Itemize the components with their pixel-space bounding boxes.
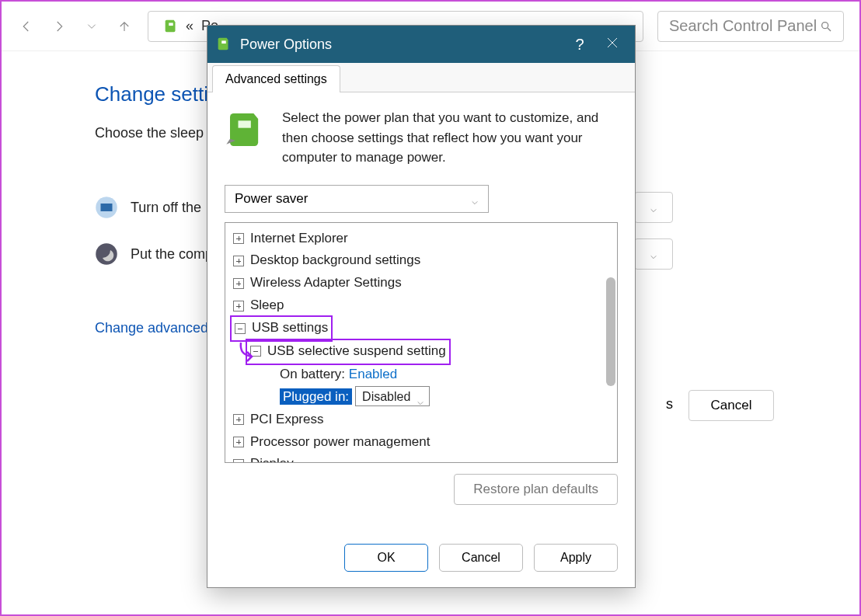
annotation-arrow-icon xyxy=(236,341,256,366)
help-icon[interactable]: ? xyxy=(563,36,596,54)
power-icon xyxy=(215,36,232,53)
nav-recent-icon[interactable] xyxy=(82,17,101,36)
tree-item-usb[interactable]: USB settings xyxy=(252,317,328,339)
svg-rect-3 xyxy=(101,204,113,211)
tab-advanced-settings[interactable]: Advanced settings xyxy=(212,65,340,92)
search-placeholder: Search Control Panel xyxy=(669,17,820,35)
intro-text: Select the power plan that you want to c… xyxy=(282,108,618,168)
expand-icon[interactable] xyxy=(233,414,244,425)
power-plan-value: Power saver xyxy=(235,191,308,207)
scrollbar-thumb[interactable] xyxy=(606,277,615,386)
power-plan-select[interactable]: Power saver xyxy=(225,185,489,213)
expand-icon[interactable] xyxy=(233,278,244,289)
on-battery-label: On battery: xyxy=(280,367,345,381)
dialog-titlebar[interactable]: Power Options ? xyxy=(207,26,635,63)
plugged-in-select[interactable]: Disabled xyxy=(355,386,430,406)
advanced-link[interactable]: Change advanced xyxy=(95,320,208,336)
ok-button[interactable]: OK xyxy=(344,544,428,572)
collapse-icon[interactable] xyxy=(235,323,246,334)
search-icon xyxy=(820,20,832,33)
tree-item-desktop-bg[interactable]: Desktop background settings xyxy=(250,249,420,272)
display-off-icon xyxy=(95,196,118,219)
expand-icon[interactable] xyxy=(233,256,244,266)
expand-icon[interactable] xyxy=(233,459,244,463)
row-label-sleep: Put the comp xyxy=(131,246,213,263)
nav-back-icon[interactable] xyxy=(17,17,36,36)
nav-forward-icon[interactable] xyxy=(50,17,68,36)
sleep-icon xyxy=(95,242,118,266)
nav-up-icon[interactable] xyxy=(115,17,134,36)
sleep-dropdown[interactable] xyxy=(634,238,673,270)
svg-rect-6 xyxy=(239,120,251,127)
cancel-button[interactable]: Cancel xyxy=(688,390,774,421)
svg-point-1 xyxy=(822,22,828,28)
tree-item-display[interactable]: Display xyxy=(250,453,294,462)
plugged-in-value: Disabled xyxy=(362,386,410,407)
on-battery-value[interactable]: Enabled xyxy=(349,367,397,381)
search-input[interactable]: Search Control Panel xyxy=(657,11,844,42)
expand-icon[interactable] xyxy=(233,233,244,244)
tree-item-usb-suspend[interactable]: USB selective suspend setting xyxy=(267,340,446,363)
expand-icon[interactable] xyxy=(233,437,244,447)
tree-item-cpu[interactable]: Processor power management xyxy=(250,431,431,454)
tree-item-ie[interactable]: Internet Explorer xyxy=(250,228,348,250)
tab-strip: Advanced settings xyxy=(207,63,635,92)
settings-tree[interactable]: Internet Explorer Desktop background set… xyxy=(225,222,618,463)
apply-button[interactable]: Apply xyxy=(534,544,618,572)
tree-item-pci[interactable]: PCI Express xyxy=(250,409,323,431)
restore-defaults-button[interactable]: Restore plan defaults xyxy=(454,474,618,505)
power-plan-icon xyxy=(162,18,180,35)
power-plan-large-icon xyxy=(225,108,268,151)
save-button-partial[interactable]: s xyxy=(666,396,673,412)
dialog-title: Power Options xyxy=(240,37,563,53)
close-icon[interactable] xyxy=(596,36,629,53)
expand-icon[interactable] xyxy=(233,301,244,311)
row-label-display: Turn off the xyxy=(131,200,201,216)
display-dropdown[interactable] xyxy=(634,192,673,223)
chevron-down-icon xyxy=(417,392,424,400)
dialog-cancel-button[interactable]: Cancel xyxy=(439,544,523,572)
plugged-in-label: Plugged in: xyxy=(280,388,352,405)
breadcrumb-prefix: « xyxy=(186,18,193,34)
svg-rect-0 xyxy=(169,23,173,26)
tree-item-sleep[interactable]: Sleep xyxy=(250,294,284,317)
svg-rect-5 xyxy=(221,40,226,44)
power-options-dialog: Power Options ? Advanced settings Select… xyxy=(207,25,636,588)
chevron-down-icon xyxy=(471,195,479,203)
svg-point-4 xyxy=(96,243,117,265)
tree-item-wireless[interactable]: Wireless Adapter Settings xyxy=(250,272,402,294)
